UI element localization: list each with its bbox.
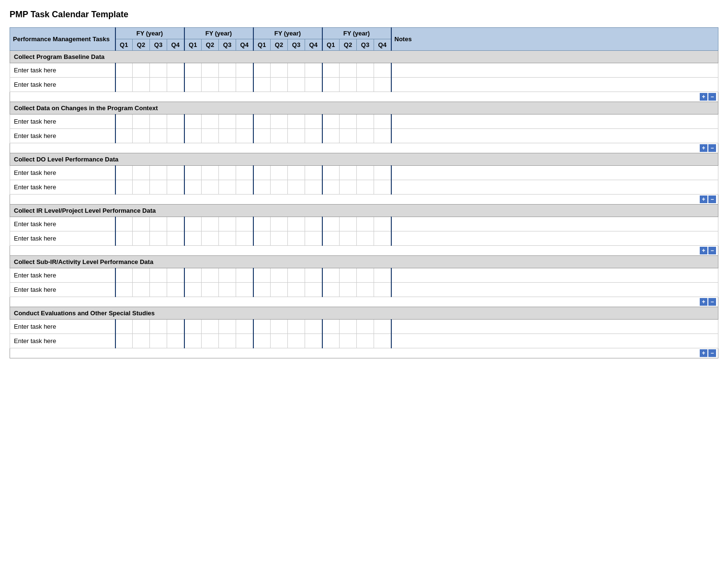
quarter-cell-s6-t1-fy4-q2[interactable]	[340, 320, 357, 334]
quarter-cell-s3-t2-fy1-q4[interactable]	[167, 180, 184, 195]
quarter-cell-s3-t1-fy2-q1[interactable]	[184, 166, 202, 180]
task-name-s1-t2[interactable]: Enter task here	[10, 78, 115, 92]
quarter-cell-s5-t1-fy1-q1[interactable]	[115, 268, 133, 283]
quarter-cell-s1-t1-fy3-q2[interactable]	[271, 63, 288, 78]
quarter-cell-s2-t1-fy3-q4[interactable]	[305, 115, 322, 129]
quarter-cell-s5-t2-fy1-q4[interactable]	[167, 283, 184, 297]
quarter-cell-s2-t2-fy4-q2[interactable]	[340, 129, 357, 143]
quarter-cell-s2-t2-fy3-q3[interactable]	[288, 129, 305, 143]
quarter-cell-s4-t2-fy3-q4[interactable]	[305, 231, 322, 246]
quarter-cell-s4-t2-fy4-q2[interactable]	[340, 231, 357, 246]
quarter-cell-s3-t2-fy3-q1[interactable]	[253, 180, 271, 195]
notes-cell-s3-t1[interactable]	[391, 166, 718, 180]
quarter-cell-s5-t1-fy4-q3[interactable]	[357, 268, 374, 283]
quarter-cell-s4-t1-fy3-q2[interactable]	[271, 217, 288, 231]
quarter-cell-s4-t2-fy1-q1[interactable]	[115, 231, 133, 246]
quarter-cell-s3-t2-fy1-q1[interactable]	[115, 180, 133, 195]
quarter-cell-s4-t1-fy3-q3[interactable]	[288, 217, 305, 231]
quarter-cell-s6-t1-fy3-q2[interactable]	[271, 320, 288, 334]
quarter-cell-s1-t2-fy2-q3[interactable]	[219, 78, 236, 92]
quarter-cell-s5-t2-fy4-q1[interactable]	[322, 283, 340, 297]
quarter-cell-s5-t1-fy3-q1[interactable]	[253, 268, 271, 283]
quarter-cell-s1-t1-fy4-q3[interactable]	[357, 63, 374, 78]
quarter-cell-s1-t2-fy2-q1[interactable]	[184, 78, 202, 92]
quarter-cell-s5-t1-fy2-q3[interactable]	[219, 268, 236, 283]
quarter-cell-s2-t1-fy1-q1[interactable]	[115, 115, 133, 129]
quarter-cell-s1-t1-fy1-q2[interactable]	[133, 63, 150, 78]
quarter-cell-s2-t1-fy1-q3[interactable]	[150, 115, 167, 129]
quarter-cell-s1-t1-fy3-q3[interactable]	[288, 63, 305, 78]
quarter-cell-s6-t2-fy2-q1[interactable]	[184, 334, 202, 348]
task-name-s2-t2[interactable]: Enter task here	[10, 129, 115, 143]
quarter-cell-s1-t1-fy3-q4[interactable]	[305, 63, 322, 78]
notes-cell-s1-t2[interactable]	[391, 78, 718, 92]
quarter-cell-s3-t2-fy4-q1[interactable]	[322, 180, 340, 195]
notes-cell-s5-t2[interactable]	[391, 283, 718, 297]
quarter-cell-s2-t1-fy4-q4[interactable]	[374, 115, 391, 129]
quarter-cell-s5-t2-fy2-q1[interactable]	[184, 283, 202, 297]
quarter-cell-s4-t1-fy1-q2[interactable]	[133, 217, 150, 231]
quarter-cell-s4-t2-fy2-q4[interactable]	[236, 231, 253, 246]
quarter-cell-s4-t2-fy2-q2[interactable]	[202, 231, 219, 246]
quarter-cell-s4-t2-fy2-q3[interactable]	[219, 231, 236, 246]
notes-cell-s6-t2[interactable]	[391, 334, 718, 348]
quarter-cell-s5-t1-fy1-q4[interactable]	[167, 268, 184, 283]
quarter-cell-s1-t2-fy3-q3[interactable]	[288, 78, 305, 92]
quarter-cell-s1-t2-fy1-q1[interactable]	[115, 78, 133, 92]
add-row-button-1[interactable]: +	[700, 93, 707, 101]
quarter-cell-s3-t2-fy3-q3[interactable]	[288, 180, 305, 195]
quarter-cell-s3-t2-fy4-q2[interactable]	[340, 180, 357, 195]
quarter-cell-s6-t2-fy1-q4[interactable]	[167, 334, 184, 348]
quarter-cell-s6-t1-fy1-q3[interactable]	[150, 320, 167, 334]
quarter-cell-s1-t2-fy3-q2[interactable]	[271, 78, 288, 92]
quarter-cell-s3-t1-fy4-q1[interactable]	[322, 166, 340, 180]
add-row-button-5[interactable]: +	[700, 298, 707, 306]
quarter-cell-s4-t1-fy1-q3[interactable]	[150, 217, 167, 231]
notes-cell-s4-t2[interactable]	[391, 231, 718, 246]
task-name-s3-t1[interactable]: Enter task here	[10, 166, 115, 180]
quarter-cell-s1-t2-fy2-q4[interactable]	[236, 78, 253, 92]
quarter-cell-s1-t1-fy2-q1[interactable]	[184, 63, 202, 78]
quarter-cell-s4-t1-fy4-q1[interactable]	[322, 217, 340, 231]
quarter-cell-s6-t2-fy4-q3[interactable]	[357, 334, 374, 348]
quarter-cell-s6-t1-fy3-q1[interactable]	[253, 320, 271, 334]
quarter-cell-s2-t2-fy4-q4[interactable]	[374, 129, 391, 143]
remove-row-button-6[interactable]: −	[708, 349, 716, 357]
task-name-s4-t2[interactable]: Enter task here	[10, 231, 115, 246]
quarter-cell-s5-t2-fy1-q1[interactable]	[115, 283, 133, 297]
quarter-cell-s2-t1-fy2-q1[interactable]	[184, 115, 202, 129]
quarter-cell-s2-t2-fy4-q1[interactable]	[322, 129, 340, 143]
quarter-cell-s5-t1-fy3-q2[interactable]	[271, 268, 288, 283]
quarter-cell-s2-t2-fy2-q3[interactable]	[219, 129, 236, 143]
quarter-cell-s4-t1-fy3-q1[interactable]	[253, 217, 271, 231]
quarter-cell-s6-t2-fy4-q1[interactable]	[322, 334, 340, 348]
quarter-cell-s6-t1-fy1-q1[interactable]	[115, 320, 133, 334]
quarter-cell-s3-t2-fy2-q4[interactable]	[236, 180, 253, 195]
remove-row-button-1[interactable]: −	[708, 93, 716, 101]
quarter-cell-s1-t2-fy4-q3[interactable]	[357, 78, 374, 92]
quarter-cell-s3-t2-fy2-q2[interactable]	[202, 180, 219, 195]
task-name-s5-t1[interactable]: Enter task here	[10, 268, 115, 283]
quarter-cell-s2-t2-fy4-q3[interactable]	[357, 129, 374, 143]
quarter-cell-s1-t2-fy1-q4[interactable]	[167, 78, 184, 92]
quarter-cell-s2-t1-fy2-q2[interactable]	[202, 115, 219, 129]
notes-cell-s2-t2[interactable]	[391, 129, 718, 143]
quarter-cell-s5-t2-fy3-q2[interactable]	[271, 283, 288, 297]
quarter-cell-s3-t1-fy1-q3[interactable]	[150, 166, 167, 180]
quarter-cell-s5-t2-fy1-q3[interactable]	[150, 283, 167, 297]
quarter-cell-s1-t2-fy2-q2[interactable]	[202, 78, 219, 92]
quarter-cell-s4-t2-fy1-q2[interactable]	[133, 231, 150, 246]
quarter-cell-s1-t2-fy1-q2[interactable]	[133, 78, 150, 92]
quarter-cell-s4-t2-fy4-q4[interactable]	[374, 231, 391, 246]
quarter-cell-s2-t1-fy2-q3[interactable]	[219, 115, 236, 129]
quarter-cell-s4-t2-fy1-q4[interactable]	[167, 231, 184, 246]
quarter-cell-s1-t2-fy1-q3[interactable]	[150, 78, 167, 92]
notes-cell-s3-t2[interactable]	[391, 180, 718, 195]
quarter-cell-s5-t1-fy4-q2[interactable]	[340, 268, 357, 283]
notes-cell-s5-t1[interactable]	[391, 268, 718, 283]
quarter-cell-s5-t2-fy2-q4[interactable]	[236, 283, 253, 297]
quarter-cell-s3-t2-fy2-q1[interactable]	[184, 180, 202, 195]
quarter-cell-s4-t2-fy2-q1[interactable]	[184, 231, 202, 246]
task-name-s4-t1[interactable]: Enter task here	[10, 217, 115, 231]
quarter-cell-s6-t1-fy3-q4[interactable]	[305, 320, 322, 334]
